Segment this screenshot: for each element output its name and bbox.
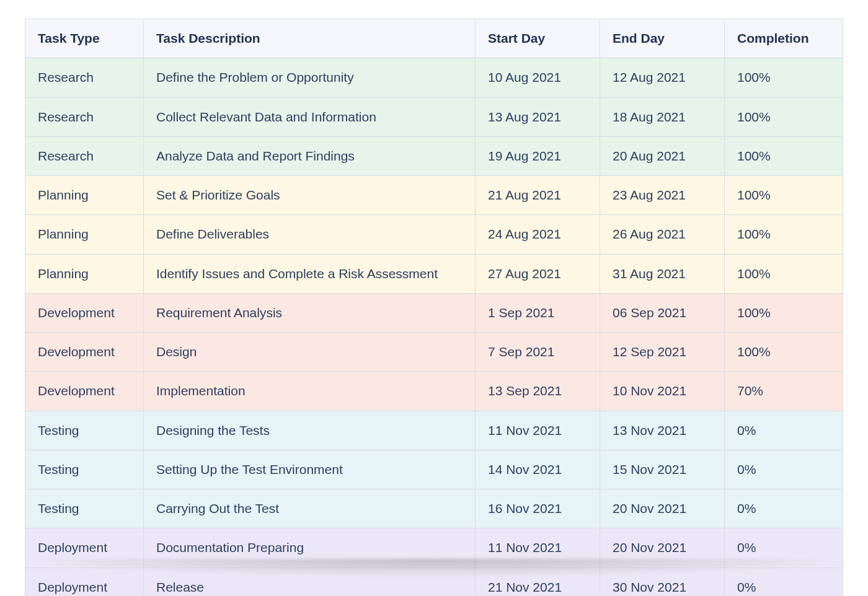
cell-end-day: 23 Aug 2021 bbox=[600, 176, 725, 215]
table-row: DevelopmentRequirement Analysis1 Sep 202… bbox=[25, 293, 843, 332]
cell-task-description: Set & Prioritize Goals bbox=[144, 176, 476, 215]
table-row: ResearchDefine the Problem or Opportunit… bbox=[25, 58, 843, 97]
cell-task-description: Setting Up the Test Environment bbox=[144, 450, 476, 489]
cell-task-description: Designing the Tests bbox=[144, 411, 476, 450]
cell-completion: 100% bbox=[725, 58, 843, 97]
cell-task-description: Identify Issues and Complete a Risk Asse… bbox=[144, 254, 476, 293]
project-schedule-card: Task Type Task Description Start Day End… bbox=[25, 19, 843, 596]
cell-task-type: Testing bbox=[25, 450, 144, 489]
column-header-completion: Completion bbox=[725, 19, 843, 58]
cell-task-description: Requirement Analysis bbox=[144, 293, 476, 332]
cell-start-day: 27 Aug 2021 bbox=[476, 254, 600, 293]
cell-task-description: Collect Relevant Data and Information bbox=[144, 97, 476, 136]
column-header-task-type: Task Type bbox=[25, 19, 144, 58]
cell-end-day: 12 Sep 2021 bbox=[600, 333, 725, 372]
table-row: ResearchCollect Relevant Data and Inform… bbox=[25, 97, 843, 136]
cell-end-day: 18 Aug 2021 bbox=[600, 97, 725, 136]
cell-task-type: Research bbox=[25, 97, 144, 136]
cell-start-day: 21 Aug 2021 bbox=[476, 176, 600, 215]
cell-completion: 100% bbox=[725, 97, 843, 136]
cell-completion: 100% bbox=[725, 215, 843, 254]
cell-task-description: Define Deliverables bbox=[144, 215, 476, 254]
cell-start-day: 13 Aug 2021 bbox=[476, 97, 600, 136]
cell-start-day: 7 Sep 2021 bbox=[476, 333, 600, 372]
table-header-row: Task Type Task Description Start Day End… bbox=[25, 19, 843, 58]
cell-start-day: 24 Aug 2021 bbox=[476, 215, 600, 254]
cell-end-day: 31 Aug 2021 bbox=[600, 254, 725, 293]
cell-task-type: Testing bbox=[25, 411, 144, 450]
table-row: DevelopmentDesign7 Sep 202112 Sep 202110… bbox=[25, 333, 843, 372]
table-row: TestingDesigning the Tests11 Nov 202113 … bbox=[25, 411, 843, 450]
cell-start-day: 13 Sep 2021 bbox=[476, 372, 600, 411]
table-row: DevelopmentImplementation13 Sep 202110 N… bbox=[25, 372, 843, 411]
cell-end-day: 20 Aug 2021 bbox=[600, 136, 725, 175]
cell-start-day: 16 Nov 2021 bbox=[476, 489, 600, 528]
cell-completion: 0% bbox=[725, 489, 843, 528]
table-row: PlanningIdentify Issues and Complete a R… bbox=[25, 254, 843, 293]
cell-task-type: Research bbox=[25, 136, 144, 175]
column-header-task-description: Task Description bbox=[144, 19, 476, 58]
cell-completion: 100% bbox=[725, 136, 843, 175]
table-row: ResearchAnalyze Data and Report Findings… bbox=[25, 136, 843, 175]
cell-end-day: 20 Nov 2021 bbox=[600, 489, 725, 528]
cell-completion: 100% bbox=[725, 293, 843, 332]
table-row: TestingCarrying Out the Test16 Nov 20212… bbox=[25, 489, 843, 528]
card-shadow bbox=[25, 559, 843, 577]
column-header-end-day: End Day bbox=[600, 19, 725, 58]
cell-task-type: Planning bbox=[25, 254, 144, 293]
cell-start-day: 14 Nov 2021 bbox=[476, 450, 600, 489]
cell-start-day: 11 Nov 2021 bbox=[476, 411, 600, 450]
cell-task-type: Research bbox=[25, 58, 144, 97]
cell-task-type: Development bbox=[25, 293, 144, 332]
cell-completion: 70% bbox=[725, 372, 843, 411]
cell-end-day: 13 Nov 2021 bbox=[600, 411, 725, 450]
cell-task-description: Design bbox=[144, 333, 476, 372]
cell-completion: 100% bbox=[725, 333, 843, 372]
cell-end-day: 26 Aug 2021 bbox=[600, 215, 725, 254]
table-row: TestingSetting Up the Test Environment14… bbox=[25, 450, 843, 489]
cell-start-day: 1 Sep 2021 bbox=[476, 293, 600, 332]
cell-task-type: Development bbox=[25, 333, 144, 372]
cell-end-day: 10 Nov 2021 bbox=[600, 372, 725, 411]
cell-end-day: 12 Aug 2021 bbox=[600, 58, 725, 97]
cell-completion: 100% bbox=[725, 254, 843, 293]
table-row: PlanningSet & Prioritize Goals21 Aug 202… bbox=[25, 176, 843, 215]
cell-task-type: Development bbox=[25, 372, 144, 411]
cell-start-day: 10 Aug 2021 bbox=[476, 58, 600, 97]
cell-task-type: Planning bbox=[25, 176, 144, 215]
cell-task-description: Analyze Data and Report Findings bbox=[144, 136, 476, 175]
cell-task-description: Carrying Out the Test bbox=[144, 489, 476, 528]
column-header-start-day: Start Day bbox=[476, 19, 600, 58]
project-schedule-table: Task Type Task Description Start Day End… bbox=[25, 19, 843, 596]
table-row: PlanningDefine Deliverables24 Aug 202126… bbox=[25, 215, 843, 254]
cell-completion: 0% bbox=[725, 450, 843, 489]
cell-completion: 100% bbox=[725, 176, 843, 215]
cell-start-day: 19 Aug 2021 bbox=[476, 136, 600, 175]
cell-task-type: Planning bbox=[25, 215, 144, 254]
cell-task-type: Testing bbox=[25, 489, 144, 528]
cell-task-description: Define the Problem or Opportunity bbox=[144, 58, 476, 97]
cell-task-description: Implementation bbox=[144, 372, 476, 411]
cell-end-day: 15 Nov 2021 bbox=[600, 450, 725, 489]
cell-end-day: 06 Sep 2021 bbox=[600, 293, 725, 332]
cell-completion: 0% bbox=[725, 411, 843, 450]
